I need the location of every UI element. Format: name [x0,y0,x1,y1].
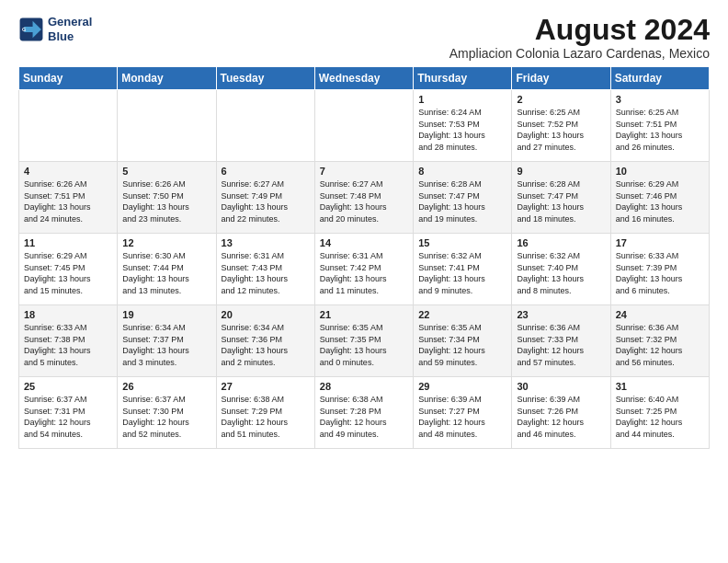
day-info: Sunrise: 6:25 AM Sunset: 7:52 PM Dayligh… [517,107,605,153]
day-info: Sunrise: 6:34 AM Sunset: 7:36 PM Dayligh… [222,322,310,368]
day-info: Sunrise: 6:33 AM Sunset: 7:39 PM Dayligh… [616,250,704,296]
day-info: Sunrise: 6:37 AM Sunset: 7:31 PM Dayligh… [24,394,112,440]
calendar-cell: 16Sunrise: 6:32 AM Sunset: 7:40 PM Dayli… [512,234,610,305]
day-info: Sunrise: 6:29 AM Sunset: 7:46 PM Dayligh… [616,178,704,224]
day-info: Sunrise: 6:33 AM Sunset: 7:38 PM Dayligh… [24,322,112,368]
day-info: Sunrise: 6:35 AM Sunset: 7:35 PM Dayligh… [320,322,408,368]
day-number: 3 [616,94,704,105]
calendar-cell: 13Sunrise: 6:31 AM Sunset: 7:43 PM Dayli… [216,234,314,305]
day-info: Sunrise: 6:39 AM Sunset: 7:27 PM Dayligh… [418,394,506,440]
day-info: Sunrise: 6:26 AM Sunset: 7:51 PM Dayligh… [24,178,112,224]
day-number: 16 [517,237,605,248]
day-info: Sunrise: 6:28 AM Sunset: 7:47 PM Dayligh… [418,178,506,224]
title-block: August 2024 Ampliacion Colonia Lazaro Ca… [449,15,710,61]
day-number: 29 [418,381,506,392]
calendar-cell: 3Sunrise: 6:25 AM Sunset: 7:51 PM Daylig… [610,90,709,162]
calendar-cell: 27Sunrise: 6:38 AM Sunset: 7:29 PM Dayli… [216,377,314,449]
calendar-cell [216,90,314,162]
day-info: Sunrise: 6:27 AM Sunset: 7:49 PM Dayligh… [222,178,310,224]
day-number: 18 [24,309,112,320]
logo: G General Blue [18,15,92,43]
day-number: 11 [24,237,112,248]
header: G General Blue August 2024 Ampliacion Co… [18,15,710,61]
day-number: 17 [616,237,704,248]
day-number: 7 [320,166,408,177]
calendar-cell: 21Sunrise: 6:35 AM Sunset: 7:35 PM Dayli… [314,305,413,377]
day-number: 2 [517,94,605,105]
logo-icon: G [18,17,44,42]
calendar-cell [118,90,216,162]
weekday-header-row: SundayMondayTuesdayWednesdayThursdayFrid… [19,67,710,90]
calendar-cell: 12Sunrise: 6:30 AM Sunset: 7:44 PM Dayli… [118,234,216,305]
day-info: Sunrise: 6:36 AM Sunset: 7:33 PM Dayligh… [517,322,605,368]
day-info: Sunrise: 6:37 AM Sunset: 7:30 PM Dayligh… [122,394,210,440]
day-info: Sunrise: 6:26 AM Sunset: 7:50 PM Dayligh… [122,178,210,224]
day-number: 26 [122,381,210,392]
day-info: Sunrise: 6:38 AM Sunset: 7:29 PM Dayligh… [222,394,310,440]
calendar-cell: 2Sunrise: 6:25 AM Sunset: 7:52 PM Daylig… [512,90,610,162]
weekday-monday: Monday [118,67,216,90]
day-number: 24 [616,309,704,320]
svg-text:G: G [22,26,26,31]
calendar-cell: 30Sunrise: 6:39 AM Sunset: 7:26 PM Dayli… [512,377,610,449]
day-number: 5 [122,166,210,177]
weekday-friday: Friday [512,67,610,90]
calendar-cell: 26Sunrise: 6:37 AM Sunset: 7:30 PM Dayli… [118,377,216,449]
day-number: 4 [24,166,112,177]
calendar-cell: 31Sunrise: 6:40 AM Sunset: 7:25 PM Dayli… [610,377,709,449]
weekday-tuesday: Tuesday [216,67,314,90]
day-info: Sunrise: 6:30 AM Sunset: 7:44 PM Dayligh… [122,250,210,296]
calendar-cell [19,90,118,162]
calendar-cell: 19Sunrise: 6:34 AM Sunset: 7:37 PM Dayli… [118,305,216,377]
day-number: 12 [122,237,210,248]
day-info: Sunrise: 6:31 AM Sunset: 7:43 PM Dayligh… [222,250,310,296]
day-number: 22 [418,309,506,320]
calendar-cell: 14Sunrise: 6:31 AM Sunset: 7:42 PM Dayli… [314,234,413,305]
calendar-week-3: 11Sunrise: 6:29 AM Sunset: 7:45 PM Dayli… [19,234,710,305]
weekday-sunday: Sunday [19,67,118,90]
day-info: Sunrise: 6:24 AM Sunset: 7:53 PM Dayligh… [418,107,506,153]
calendar-cell: 28Sunrise: 6:38 AM Sunset: 7:28 PM Dayli… [314,377,413,449]
calendar-cell: 6Sunrise: 6:27 AM Sunset: 7:49 PM Daylig… [216,162,314,234]
calendar-body: 1Sunrise: 6:24 AM Sunset: 7:53 PM Daylig… [19,90,710,449]
day-number: 15 [418,237,506,248]
day-info: Sunrise: 6:36 AM Sunset: 7:32 PM Dayligh… [616,322,704,368]
calendar-cell: 1Sunrise: 6:24 AM Sunset: 7:53 PM Daylig… [414,90,512,162]
calendar-cell: 11Sunrise: 6:29 AM Sunset: 7:45 PM Dayli… [19,234,118,305]
weekday-saturday: Saturday [610,67,709,90]
calendar-cell: 18Sunrise: 6:33 AM Sunset: 7:38 PM Dayli… [19,305,118,377]
calendar-cell: 5Sunrise: 6:26 AM Sunset: 7:50 PM Daylig… [118,162,216,234]
day-number: 8 [418,166,506,177]
day-info: Sunrise: 6:39 AM Sunset: 7:26 PM Dayligh… [517,394,605,440]
day-info: Sunrise: 6:40 AM Sunset: 7:25 PM Dayligh… [616,394,704,440]
day-number: 19 [122,309,210,320]
day-number: 23 [517,309,605,320]
logo-text: General Blue [48,15,92,43]
calendar-cell: 10Sunrise: 6:29 AM Sunset: 7:46 PM Dayli… [610,162,709,234]
calendar-cell: 24Sunrise: 6:36 AM Sunset: 7:32 PM Dayli… [610,305,709,377]
calendar-cell: 7Sunrise: 6:27 AM Sunset: 7:48 PM Daylig… [314,162,413,234]
day-number: 13 [222,237,310,248]
calendar-cell: 20Sunrise: 6:34 AM Sunset: 7:36 PM Dayli… [216,305,314,377]
day-info: Sunrise: 6:29 AM Sunset: 7:45 PM Dayligh… [24,250,112,296]
day-number: 9 [517,166,605,177]
calendar-cell: 8Sunrise: 6:28 AM Sunset: 7:47 PM Daylig… [414,162,512,234]
calendar-cell: 4Sunrise: 6:26 AM Sunset: 7:51 PM Daylig… [19,162,118,234]
calendar-cell: 9Sunrise: 6:28 AM Sunset: 7:47 PM Daylig… [512,162,610,234]
day-info: Sunrise: 6:31 AM Sunset: 7:42 PM Dayligh… [320,250,408,296]
weekday-wednesday: Wednesday [314,67,413,90]
day-info: Sunrise: 6:32 AM Sunset: 7:40 PM Dayligh… [517,250,605,296]
calendar-cell: 15Sunrise: 6:32 AM Sunset: 7:41 PM Dayli… [414,234,512,305]
day-number: 20 [222,309,310,320]
calendar-week-4: 18Sunrise: 6:33 AM Sunset: 7:38 PM Dayli… [19,305,710,377]
day-info: Sunrise: 6:34 AM Sunset: 7:37 PM Dayligh… [122,322,210,368]
month-year: August 2024 [449,15,710,44]
day-info: Sunrise: 6:32 AM Sunset: 7:41 PM Dayligh… [418,250,506,296]
day-number: 27 [222,381,310,392]
calendar-week-2: 4Sunrise: 6:26 AM Sunset: 7:51 PM Daylig… [19,162,710,234]
day-number: 30 [517,381,605,392]
calendar-cell: 17Sunrise: 6:33 AM Sunset: 7:39 PM Dayli… [610,234,709,305]
calendar-week-5: 25Sunrise: 6:37 AM Sunset: 7:31 PM Dayli… [19,377,710,449]
day-info: Sunrise: 6:38 AM Sunset: 7:28 PM Dayligh… [320,394,408,440]
day-info: Sunrise: 6:27 AM Sunset: 7:48 PM Dayligh… [320,178,408,224]
